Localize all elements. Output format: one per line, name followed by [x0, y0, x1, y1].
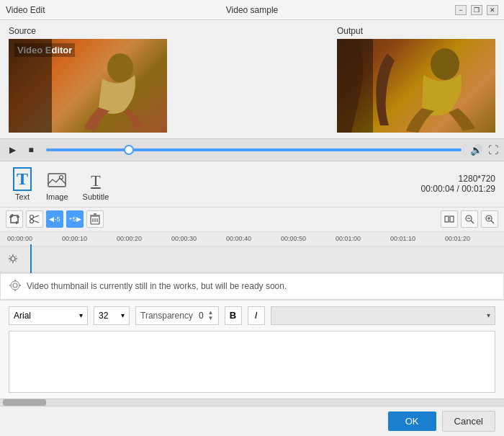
color-picker[interactable]: ▾ — [271, 306, 495, 325]
transparency-label: Transparency — [140, 311, 193, 321]
text-tool-icon: T — [13, 167, 32, 191]
fwd5-label: +5▶ — [68, 215, 81, 223]
ruler-marks: 00:00:00 00:00:10 00:00:20 00:00:30 00:0… — [6, 235, 498, 242]
transparency-value: 0 — [199, 311, 204, 321]
ok-button[interactable]: OK — [388, 411, 436, 431]
minimize-button[interactable]: − — [455, 5, 467, 15]
font-family-select[interactable]: Arial ▾ — [9, 306, 88, 325]
back5-button[interactable]: ◀-5 — [46, 210, 63, 228]
transparency-arrows: ▲ ▼ — [208, 310, 214, 321]
cut-button[interactable] — [26, 210, 43, 228]
svg-rect-4 — [48, 174, 66, 187]
main-content: Source Video Editor Output — [0, 20, 504, 436]
edit-tools-left: T Text Image T Subtitle — [9, 166, 113, 203]
timeline-track[interactable] — [0, 246, 504, 272]
ruler-mark-2: 00:00:20 — [115, 235, 170, 242]
output-label: Output — [337, 26, 495, 36]
ruler-mark-0: 00:00:00 — [6, 235, 60, 242]
svg-rect-22 — [450, 216, 454, 222]
gear-icon — [7, 253, 19, 264]
bold-button[interactable]: B — [225, 306, 242, 325]
color-arrow: ▾ — [487, 311, 490, 319]
ruler-mark-8: 00:01:20 — [444, 235, 498, 242]
ruler-mark-3: 00:00:30 — [170, 235, 225, 242]
timeline-ruler: 00:00:00 00:00:10 00:00:20 00:00:30 00:0… — [0, 232, 504, 246]
title-bar: Video Edit Video sample − ❐ ✕ — [0, 0, 504, 20]
fullscreen-icon[interactable]: ⛶ — [488, 144, 498, 156]
zoom-out-icon — [464, 214, 474, 224]
back5-label: ◀-5 — [49, 215, 60, 223]
font-size-value: 32 — [99, 311, 108, 321]
horizontal-scrollbar[interactable] — [0, 399, 504, 406]
window-title: Video sample — [226, 5, 279, 15]
app-title: Video Edit — [6, 5, 45, 15]
close-button[interactable]: ✕ — [487, 5, 498, 15]
spacer — [167, 26, 337, 40]
svg-point-11 — [30, 215, 34, 219]
crop-icon — [9, 213, 20, 225]
svg-line-29 — [491, 221, 494, 223]
progress-bar[interactable] — [46, 148, 462, 151]
edit-tools-info: 1280*720 00:00:04 / 00:01:29 — [421, 174, 495, 194]
image-tool-label: Image — [46, 192, 68, 201]
svg-rect-21 — [445, 216, 449, 222]
svg-point-12 — [30, 220, 34, 223]
message-bar: Video thumbnail is currently still in th… — [0, 273, 504, 300]
volume-icon[interactable]: 🔊 — [470, 144, 482, 156]
delete-icon — [90, 213, 100, 225]
svg-rect-0 — [9, 39, 52, 133]
font-size-select[interactable]: 32 ▾ — [94, 306, 130, 325]
bottom-bar: OK Cancel — [0, 406, 504, 436]
text-tool[interactable]: T Text — [9, 166, 36, 203]
resolution-display: 1280*720 — [421, 174, 495, 184]
cancel-button[interactable]: Cancel — [442, 411, 495, 432]
progress-thumb[interactable] — [124, 145, 134, 155]
source-video-art — [9, 39, 167, 133]
stop-button[interactable]: ■ — [24, 143, 37, 156]
italic-button[interactable]: I — [248, 306, 265, 325]
svg-point-3 — [431, 48, 459, 80]
scroll-thumb[interactable] — [3, 399, 46, 406]
timeline-toolbar: ◀-5 +5▶ — [0, 208, 504, 232]
text-tool-label: Text — [15, 192, 30, 201]
source-panel: Source Video Editor — [9, 26, 167, 133]
crop-button[interactable] — [6, 210, 23, 228]
delete-button[interactable] — [86, 210, 104, 228]
source-label: Source — [9, 26, 167, 36]
subtitle-tool-label: Subtitle — [83, 192, 109, 201]
window-controls: − ❐ ✕ — [455, 5, 498, 15]
transparency-control: Transparency 0 ▲ ▼ — [135, 306, 219, 325]
image-tool[interactable]: Image — [42, 171, 73, 203]
transparency-down[interactable]: ▼ — [208, 316, 214, 321]
ruler-mark-7: 00:01:10 — [389, 235, 444, 242]
subtitle-tool[interactable]: T Subtitle — [78, 170, 114, 202]
zoom-fit-button[interactable] — [441, 210, 458, 228]
message-icon — [9, 280, 21, 293]
play-button[interactable]: ▶ — [6, 143, 19, 156]
svg-point-32 — [11, 281, 19, 290]
subtitle-tool-icon: T — [91, 172, 100, 190]
font-family-value: Arial — [14, 311, 31, 321]
playhead[interactable] — [30, 244, 32, 273]
scissors-icon — [29, 213, 40, 225]
zoom-out-button[interactable] — [461, 210, 478, 228]
track-settings-icon — [6, 252, 20, 266]
fwd5-button[interactable]: +5▶ — [66, 210, 84, 228]
timeline-area: 00:00:00 00:00:10 00:00:20 00:00:30 00:0… — [0, 232, 504, 273]
restore-button[interactable]: ❐ — [471, 5, 482, 15]
output-video-art — [337, 39, 495, 133]
output-panel: Output — [337, 26, 495, 133]
text-input[interactable] — [9, 331, 495, 393]
ruler-mark-5: 00:00:50 — [279, 235, 334, 242]
font-size-arrow: ▾ — [121, 311, 125, 319]
ruler-mark-6: 00:01:00 — [334, 235, 389, 242]
zoom-in-icon — [485, 214, 495, 224]
edit-tools-bar: T Text Image T Subtitle 1280*720 00:00:0… — [0, 161, 504, 208]
svg-line-13 — [33, 215, 39, 218]
source-thumbnail: Video Editor — [9, 39, 167, 133]
svg-line-14 — [33, 221, 39, 223]
zoom-in-button[interactable] — [481, 210, 498, 228]
zoom-fit-icon — [444, 215, 454, 223]
timecode-display: 00:00:04 / 00:01:29 — [421, 184, 495, 194]
font-family-arrow: ▾ — [79, 311, 83, 319]
